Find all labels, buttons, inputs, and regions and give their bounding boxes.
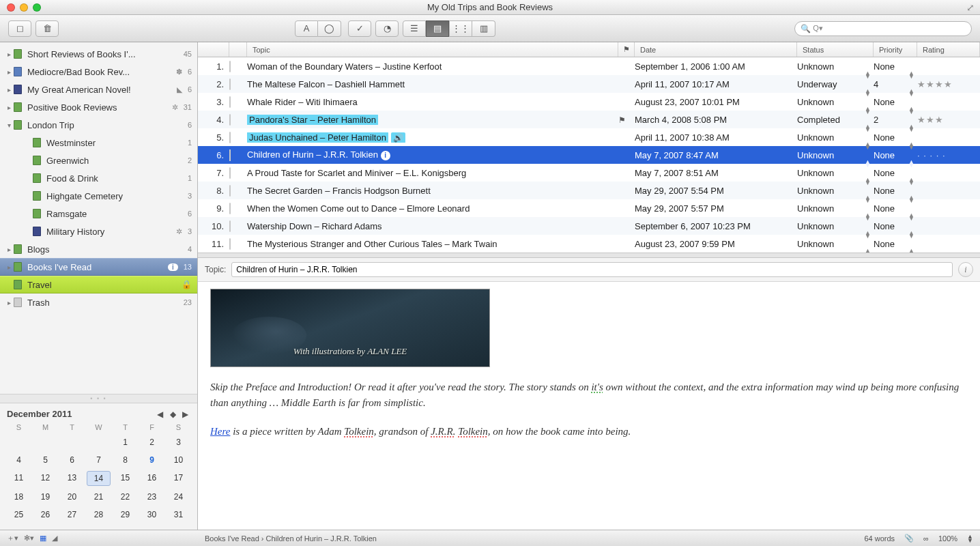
sidebar-item[interactable]: ▸Mediocre/Bad Book Rev...✽6 — [0, 63, 197, 81]
priority-cell[interactable]: None▲▼ — [874, 221, 917, 231]
calendar-day[interactable]: 28 — [87, 508, 111, 521]
topic-input[interactable] — [231, 262, 953, 277]
calendar-day[interactable]: 11 — [7, 471, 31, 486]
stopwatch-button[interactable]: ◔ — [375, 20, 399, 37]
col-priority[interactable]: Priority — [874, 42, 917, 57]
sidebar-item[interactable]: ▸Short Reviews of Books I'...45 — [0, 45, 197, 63]
disclosure-icon[interactable]: ▾ — [5, 121, 12, 129]
view-split-button[interactable]: ▤ — [426, 20, 449, 37]
sidebar-item[interactable]: ▸Trash23 — [0, 293, 197, 311]
table-row[interactable]: 8.The Secret Garden – Francis Hodgson Bu… — [198, 182, 980, 199]
table-row[interactable]: 9.When the Women Come out to Dance – Elm… — [198, 199, 980, 217]
priority-cell[interactable]: 4▲▼ — [874, 79, 917, 89]
new-document-button[interactable]: ◻ — [8, 20, 31, 37]
calendar-day[interactable]: 9 — [140, 453, 164, 467]
color-button[interactable]: ◯ — [318, 20, 341, 37]
grid-view-icon[interactable]: ▦ — [40, 534, 46, 543]
sidebar-item[interactable]: ▸Books I've Readi13 — [0, 258, 197, 276]
status-cell[interactable]: Unknown▲▼ — [797, 150, 874, 160]
here-link[interactable]: Here — [210, 426, 230, 437]
table-row[interactable]: 5.Judas Unchained – Peter Hamilton 🔊Apri… — [198, 128, 980, 146]
trash-button[interactable]: 🗑 — [35, 20, 59, 37]
checkmark-button[interactable]: ✓ — [348, 20, 371, 37]
calendar-day[interactable]: 17 — [167, 471, 190, 486]
disclosure-icon[interactable]: ▸ — [5, 51, 12, 58]
calendar-day[interactable]: 23 — [140, 490, 164, 504]
info-button[interactable]: i — [958, 262, 973, 277]
calendar-day[interactable]: 4 — [7, 453, 31, 467]
calendar-day[interactable]: 29 — [113, 508, 137, 521]
status-cell[interactable]: Unknown▲▼ — [797, 203, 874, 214]
search-field[interactable]: 🔍 Q▾ — [794, 21, 972, 36]
sidebar-item[interactable]: Highgate Cemetery3 — [0, 187, 197, 205]
attachment-icon[interactable]: 📎 — [904, 534, 914, 543]
priority-cell[interactable]: None▲▼ — [874, 203, 917, 214]
calendar-day[interactable]: 30 — [140, 508, 164, 521]
col-status[interactable]: Status — [797, 42, 874, 57]
priority-cell[interactable]: None▲▼ — [874, 61, 917, 72]
calendar-prev-button[interactable]: ◀ — [157, 410, 165, 419]
calendar-day[interactable]: 24 — [167, 490, 190, 504]
calendar-day[interactable]: 31 — [167, 508, 190, 521]
disclosure-icon[interactable]: ▸ — [5, 68, 12, 76]
status-cell[interactable]: Completed▲▼ — [797, 115, 874, 125]
horizontal-splitter[interactable] — [198, 253, 980, 258]
calendar-day[interactable]: 15 — [113, 471, 137, 486]
sidebar-item[interactable]: Food & Drink1 — [0, 169, 197, 187]
disclosure-icon[interactable]: ▸ — [5, 86, 12, 94]
calendar-day[interactable]: 18 — [7, 490, 31, 504]
col-topic[interactable]: Topic — [247, 42, 618, 57]
view-columns-button[interactable]: ▥ — [472, 20, 495, 37]
calendar-today-button[interactable]: ◆ — [170, 410, 178, 419]
zoom-level[interactable]: 100% — [938, 534, 957, 543]
calendar-day[interactable]: 12 — [33, 471, 57, 486]
calendar-day[interactable]: 5 — [33, 453, 57, 467]
gear-icon[interactable]: ◣ — [177, 85, 182, 94]
disclosure-icon[interactable]: ▸ — [5, 104, 12, 111]
calendar-day[interactable]: 8 — [113, 453, 137, 467]
calendar-day[interactable]: 22 — [113, 490, 137, 504]
disclosure-icon[interactable]: ▸ — [5, 246, 12, 253]
calendar-day[interactable]: 2 — [140, 435, 164, 449]
table-row[interactable]: 10.Watership Down – Richard AdamsSeptemb… — [198, 217, 980, 235]
priority-cell[interactable]: None▲▼ — [874, 168, 917, 178]
priority-cell[interactable]: None▲▼ — [874, 97, 917, 107]
sidebar-item[interactable]: ▸Blogs4 — [0, 240, 197, 258]
priority-cell[interactable]: None▲▼ — [874, 150, 917, 160]
disclosure-icon[interactable]: ▸ — [5, 263, 12, 271]
calendar-day[interactable]: 20 — [60, 490, 84, 504]
status-cell[interactable]: Unknown▲▼ — [797, 186, 874, 196]
col-date[interactable]: Date — [635, 42, 797, 57]
col-flag[interactable]: ⚑ — [618, 42, 635, 57]
font-style-button[interactable]: A — [295, 20, 318, 37]
status-cell[interactable]: Unknown▲▼ — [797, 61, 874, 72]
calendar-next-button[interactable]: ▶ — [182, 410, 190, 419]
calendar-day[interactable]: 16 — [140, 471, 164, 486]
gear-icon[interactable]: ✽ — [176, 68, 182, 76]
table-row[interactable]: 3.Whale Rider – Witi IhimaeraAugust 23, … — [198, 93, 980, 111]
sidebar-resize-handle[interactable]: • • • — [0, 394, 197, 403]
view-focus-button[interactable]: ⋮⋮ — [449, 20, 472, 37]
status-cell[interactable]: Underway▲▼ — [797, 79, 874, 89]
priority-cell[interactable]: None▲▼ — [874, 239, 917, 249]
calendar-day[interactable]: 7 — [87, 453, 111, 467]
view-list-button[interactable]: ☰ — [403, 20, 426, 37]
status-cell[interactable]: Unknown▲▼ — [797, 239, 874, 249]
col-rating[interactable]: Rating — [917, 42, 980, 57]
sidebar-item[interactable]: Military History✲3 — [0, 222, 197, 240]
disclosure-icon[interactable]: ▸ — [5, 299, 12, 306]
gear-icon[interactable]: ✲ — [172, 103, 178, 112]
link-icon[interactable]: ∞ — [923, 534, 929, 543]
status-cell[interactable]: Unknown▲▼ — [797, 97, 874, 107]
calendar-day[interactable]: 13 — [60, 471, 84, 486]
sidebar-item[interactable]: ▾London Trip6 — [0, 116, 197, 134]
table-row[interactable]: 2.The Maltese Falcon – Dashiell HammettA… — [198, 75, 980, 93]
calendar-day[interactable]: 1 — [113, 435, 137, 449]
zoom-stepper[interactable]: ▲▼ — [967, 534, 973, 543]
calendar-day[interactable]: 21 — [87, 490, 111, 504]
calendar-day[interactable]: 10 — [167, 453, 190, 467]
sidebar-item[interactable]: Greenwich2 — [0, 152, 197, 169]
note-content[interactable]: With illustrations by ALAN LEE Skip the … — [198, 282, 980, 530]
calendar-day[interactable]: 25 — [7, 508, 31, 521]
priority-cell[interactable]: None▲▼ — [874, 186, 917, 196]
